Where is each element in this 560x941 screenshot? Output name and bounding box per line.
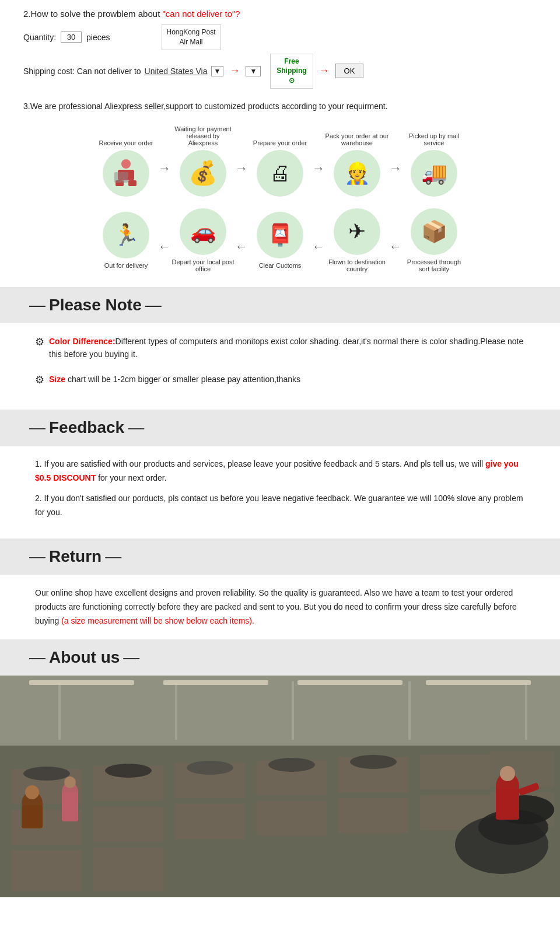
section-return: — Return — Our online shop have excellen… [0, 538, 560, 639]
section-please-note: — Please Note — ⚙ Color Difference:Diffe… [0, 287, 560, 410]
feedback-text-2: 2. If you don't satisfied our porducts, … [35, 492, 525, 520]
flow-arrow-6: ← [235, 239, 248, 254]
flow-icon-3: 🖨 [257, 150, 303, 197]
free-shipping-box: Free Shipping ⊙ [270, 54, 313, 89]
gear-icon-1: ⚙ [35, 335, 44, 348]
feedback-header: — Feedback — [0, 410, 560, 446]
feedback-content: 1. If you are satisfied with our product… [0, 446, 560, 538]
section2-heading: 2.How to solve the prowblem about "can n… [23, 9, 537, 19]
svg-rect-4 [114, 172, 128, 183]
section-pro: 3.We are professional Aliexpress seller,… [0, 97, 560, 287]
flow-label-9: Flown to destination country [325, 258, 389, 272]
quantity-value: 30 [61, 32, 82, 43]
flow-icon-1 [103, 150, 149, 197]
please-note-header: — Please Note — [0, 287, 560, 323]
flow-arrow-3: → [312, 161, 325, 176]
factory-image [0, 676, 560, 897]
hkpost-box: HongKong Post Air Mail [162, 25, 221, 50]
flow-label-10: Processed through sort facility [402, 258, 466, 272]
about-header: — About us — [0, 639, 560, 676]
flow-step-9: ✈ Flown to destination country [325, 208, 389, 272]
flow-icon-10: 📦 [411, 208, 457, 255]
flow-arrow-4: → [389, 161, 402, 176]
flow-icon-6: 🏃 [103, 212, 149, 258]
flow-icon-2: 💰 [180, 150, 226, 197]
flow-step-3: Prepare your order 🖨 [248, 128, 312, 197]
flow-icon-4: 👷 [334, 150, 380, 197]
arrow-right2-icon: → [319, 65, 330, 77]
flow-label-4: Pack your order at our warehouse [325, 128, 389, 146]
arrow-right-icon: → [229, 65, 240, 77]
flow-icon-5: 🚚 [411, 150, 457, 197]
return-text: Our online shop have excellent designs a… [35, 586, 525, 628]
section3-heading: 3.We are professional Aliexpress seller,… [23, 100, 537, 113]
flow-arrow-1: → [158, 161, 171, 176]
flow-step-1: Receive your order [94, 128, 158, 197]
note-text-size: Size chart will be 1-2cm bigger or small… [49, 373, 300, 386]
flow-step-8: 📮 Clear Cuctoms [248, 212, 312, 269]
flow-arrow-8: ← [389, 239, 402, 254]
destination-dropdown[interactable]: ▼ [246, 66, 261, 76]
svg-rect-51 [0, 676, 560, 897]
please-note-content: ⚙ Color Difference:Different types of co… [0, 323, 560, 410]
flow-step-4: Pack your order at our warehouse 👷 [325, 128, 389, 197]
section-about-us: — About us — [0, 639, 560, 897]
flow-label-3: Prepare your order [253, 128, 307, 146]
feedback-text-1: 1. If you are satisfied with our product… [35, 457, 525, 485]
flow-arrow-7: ← [312, 239, 325, 254]
flow-step-7: 🚗 Depart your local post office [171, 208, 235, 272]
ok-button[interactable]: OK [335, 64, 364, 78]
flow-label-2: Waiting for payment released by Aliexpre… [171, 128, 235, 146]
section-feedback: — Feedback — 1. If you are satisfied wit… [0, 410, 560, 538]
flow-label-5: Picked up by mail service [402, 128, 466, 146]
flow-row-2: 🏃 Out for delivery ← 🚗 Depart your local… [41, 208, 519, 272]
via-dropdown[interactable]: ▼ [211, 66, 224, 76]
flow-icon-8: 📮 [257, 212, 303, 258]
flow-step-10: 📦 Processed through sort facility [402, 208, 466, 272]
note-item-color: ⚙ Color Difference:Different types of co… [35, 335, 525, 361]
flow-label-6: Out for delivery [104, 262, 148, 269]
return-content: Our online shop have excellent designs a… [0, 575, 560, 639]
country-link[interactable]: United States Via [145, 67, 208, 76]
note-text-color: Color Difference:Different types of comp… [49, 335, 525, 361]
svg-point-0 [121, 159, 131, 169]
quantity-row: Quantity: 30 pieces HongKong Post Air Ma… [23, 25, 537, 50]
flow-label-8: Clear Cuctoms [259, 262, 302, 269]
note-item-size: ⚙ Size chart will be 1-2cm bigger or sma… [35, 373, 525, 386]
flow-diagram: Receive your order → Waiting for pay [23, 122, 537, 278]
flow-arrow-2: → [235, 161, 248, 176]
section-deliver: 2.How to solve the prowblem about "can n… [0, 0, 560, 97]
flow-row-1: Receive your order → Waiting for pay [41, 128, 519, 197]
flow-label-7: Depart your local post office [171, 258, 235, 272]
gear-icon-2: ⚙ [35, 373, 44, 386]
flow-arrow-5: ← [158, 239, 171, 254]
return-header: — Return — [0, 538, 560, 575]
flow-label-1: Receive your order [99, 128, 153, 146]
flow-step-2: Waiting for payment released by Aliexpre… [171, 128, 235, 197]
shipping-row: Shipping cost: Can not deliver to United… [23, 54, 537, 89]
flow-step-5: Picked up by mail service 🚚 [402, 128, 466, 197]
flow-step-6: 🏃 Out for delivery [94, 212, 158, 269]
flow-icon-9: ✈ [334, 208, 380, 255]
svg-rect-3 [128, 180, 136, 186]
flow-icon-7: 🚗 [180, 208, 226, 255]
